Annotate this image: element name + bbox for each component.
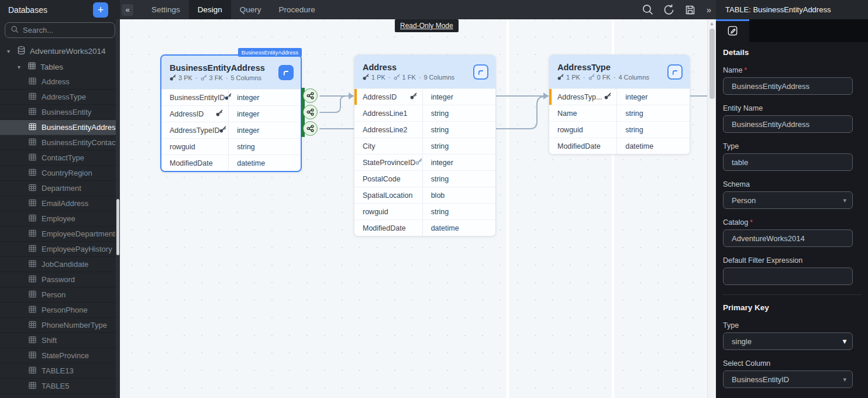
primary-key-icon (363, 74, 369, 81)
tab-design[interactable]: Design (189, 0, 231, 19)
sidebar-item-table[interactable]: TABLE13 (0, 363, 120, 379)
table-row[interactable]: AddressLine1 string (354, 105, 495, 121)
column-type: datetime (625, 142, 653, 150)
sidebar-item-table[interactable]: Employee (0, 211, 120, 227)
type-field[interactable]: table (723, 153, 853, 171)
column-name: AddressLine2 (363, 126, 407, 134)
scroll-up-arrow-icon[interactable]: ▲ (708, 19, 716, 28)
chevron-down-icon[interactable]: ▾ (7, 48, 13, 54)
relationship-handle-icon[interactable] (303, 105, 318, 119)
sidebar-item-table[interactable]: BusinessEntity (0, 105, 120, 120)
table-row[interactable]: Name string (549, 105, 690, 121)
table-row[interactable]: ModifiedDate datetime (161, 155, 301, 171)
table-name-label: EmployeePayHistory (42, 245, 112, 253)
sidebar-item-table[interactable]: Department (0, 181, 120, 196)
column-name-cell: SpatialLocation (354, 187, 422, 203)
sidebar-item-table[interactable]: Password (0, 272, 120, 287)
tree-item-database[interactable]: ▾ AdventureWorks2014 (0, 43, 120, 59)
table-row[interactable]: rowguid string (354, 203, 495, 219)
flow-connector-icon[interactable] (667, 64, 683, 80)
flow-connector-icon[interactable] (278, 65, 294, 80)
er-diagram-canvas[interactable]: Read-Only Mode BusinessEntityAddress Bus… (120, 19, 716, 398)
sidebar-item-table[interactable]: CountryRegion (0, 166, 120, 181)
relationship-handle-icon[interactable] (303, 88, 318, 103)
tab-query[interactable]: Query (231, 0, 270, 19)
sidebar-item-table[interactable]: PersonPhone (0, 303, 120, 318)
table-row[interactable]: rowguid string (161, 138, 301, 155)
table-row[interactable]: rowguid string (549, 121, 690, 138)
sidebar-item-table[interactable]: JobCandidate (0, 257, 120, 272)
node-header[interactable]: BusinessEntityAddress 3 PK · 3 FK · 5 Co… (161, 56, 301, 89)
table-row[interactable]: SpatialLocation blob (354, 187, 495, 203)
table-node-addresstype[interactable]: AddressType 1 PK · 0 FK · 4 Columns (549, 54, 690, 155)
table-icon (28, 198, 37, 209)
primary-key-type-select[interactable]: single ▾ (723, 332, 853, 350)
table-node-address[interactable]: Address 1 PK · 1 FK · 9 Columns (354, 54, 496, 236)
table-node-businessentityaddress[interactable]: BusinessEntityAddress BusinessEntityAddr… (160, 54, 302, 172)
table-row[interactable]: PostalCode string (354, 170, 495, 187)
app-window: Databases + Search... ▾ AdventureWorks20… (0, 0, 868, 398)
separator: · (583, 74, 585, 81)
expand-panel-button[interactable]: » (707, 5, 711, 15)
chevron-down-icon[interactable]: ▾ (18, 64, 23, 70)
node-header[interactable]: Address 1 PK · 1 FK · 9 Columns (354, 55, 495, 88)
sidebar-item-table[interactable]: AddressType (0, 90, 120, 105)
table-row[interactable]: BusinessEntityID integer (161, 89, 301, 105)
save-icon[interactable] (683, 3, 697, 17)
column-type: integer (431, 159, 453, 167)
sidebar-item-table[interactable]: BusinessEntityAddress (0, 120, 120, 135)
sidebar-item-table[interactable]: PhoneNumberType (0, 318, 120, 333)
field-label: Type (723, 321, 853, 330)
entity-name-field[interactable]: BusinessEntityAddress (723, 115, 853, 133)
table-row[interactable]: ModifiedDate datetime (354, 219, 495, 236)
sidebar-item-table[interactable]: Shift (0, 333, 120, 348)
sidebar-item-table[interactable]: EmployeeDepartmentHisto (0, 227, 120, 242)
tab-edit[interactable] (716, 19, 749, 42)
sidebar-scrollbar-thumb[interactable] (116, 199, 119, 255)
primary-key-column-select[interactable]: BusinessEntityID ▾ (723, 370, 853, 388)
column-name-cell: rowguid (354, 204, 422, 219)
default-filter-expression-field[interactable] (723, 267, 853, 285)
sidebar-item-table[interactable]: EmployeePayHistory (0, 242, 120, 257)
column-type-cell: datetime (616, 138, 690, 154)
table-icon (28, 351, 37, 361)
schema-select[interactable]: Person ▾ (723, 191, 853, 209)
primary-key-icon (170, 74, 176, 82)
table-row[interactable]: City string (354, 138, 495, 154)
catalog-field[interactable]: AdventureWorks2014 (723, 229, 853, 247)
sidebar-item-table[interactable]: Person (0, 287, 120, 303)
node-header[interactable]: AddressType 1 PK · 0 FK · 4 Columns (549, 55, 690, 88)
sidebar-scrollbar[interactable] (116, 19, 120, 398)
table-row[interactable]: StateProvinceID integer (354, 154, 495, 170)
selected-node-badge: BusinessEntityAddress (238, 48, 302, 57)
search-icon[interactable] (641, 3, 655, 17)
sidebar-item-table[interactable]: EmailAddress (0, 196, 120, 211)
flow-connector-icon[interactable] (473, 64, 488, 80)
sidebar-item-table[interactable]: BusinessEntityContact (0, 135, 120, 150)
canvas-scrollbar-thumb[interactable] (709, 29, 715, 99)
table-row[interactable]: AddressID integer (354, 88, 495, 105)
tree-item-tables-group[interactable]: ▾ Tables (0, 59, 120, 74)
sidebar-item-table[interactable]: Address (0, 74, 120, 90)
table-row[interactable]: AddressTyp... integer (549, 88, 690, 105)
sidebar-item-table[interactable]: ContactType (0, 150, 120, 166)
tab-procedure[interactable]: Procedure (270, 0, 324, 19)
node-rows: AddressTyp... integer Name string rowgui… (549, 88, 690, 154)
table-row[interactable]: AddressLine2 string (354, 121, 495, 138)
table-row[interactable]: AddressID integer (161, 105, 301, 122)
column-type-cell: datetime (228, 155, 301, 171)
column-type: integer (625, 93, 647, 101)
sidebar-item-table[interactable]: StateProvince (0, 348, 120, 363)
table-row[interactable]: ModifiedDate datetime (549, 138, 690, 154)
sidebar-item-table[interactable]: TABLE5 (0, 379, 120, 394)
search-input[interactable]: Search... (5, 22, 115, 38)
tab-settings[interactable]: Settings (143, 0, 189, 19)
relationship-handle-icon[interactable] (303, 121, 318, 136)
collapse-sidebar-button[interactable]: « (122, 4, 133, 16)
table-row[interactable]: AddressTypeID integer (161, 122, 301, 138)
add-database-button[interactable]: + (93, 2, 108, 18)
name-field[interactable]: BusinessEntityAddress (723, 77, 853, 95)
table-icon (28, 335, 37, 346)
refresh-icon[interactable] (662, 3, 676, 17)
canvas-scrollbar[interactable]: ▲ (707, 19, 716, 398)
